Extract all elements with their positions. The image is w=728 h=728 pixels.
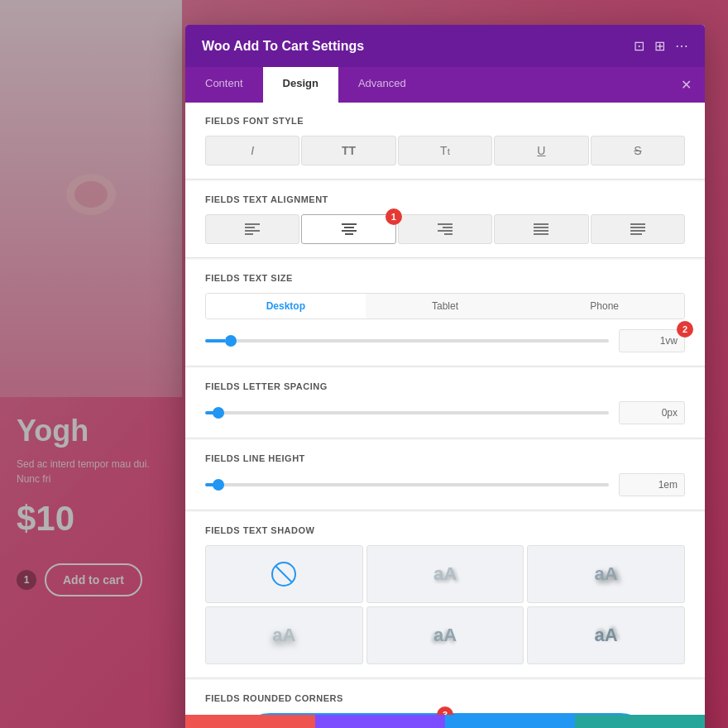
svg-rect-10 (438, 223, 453, 225)
alignment-row: 1 (205, 214, 685, 244)
fields-text-shadow-label: Fields Text Shadow (205, 525, 685, 535)
redo-button[interactable]: ↻ (445, 715, 575, 728)
line-height-slider-row (205, 473, 685, 496)
svg-rect-9 (345, 233, 353, 235)
device-tabs: Desktop Tablet Phone (205, 293, 685, 319)
more-icon[interactable]: ⋯ (675, 38, 688, 54)
font-strikethrough-button[interactable]: S (591, 136, 685, 165)
badge-1: 1 (386, 208, 402, 225)
align-justify-alt-button[interactable] (591, 214, 685, 244)
device-tab-desktop[interactable]: Desktop (206, 294, 366, 318)
svg-rect-16 (534, 230, 548, 232)
svg-rect-6 (342, 223, 357, 225)
shadow-option-4[interactable]: aA (366, 606, 524, 664)
modal-header-icons: ⊡ ⊞ ⋯ (634, 38, 688, 54)
svg-rect-4 (245, 230, 260, 232)
device-tab-tablet[interactable]: Tablet (366, 294, 525, 318)
letter-spacing-slider[interactable] (205, 411, 609, 414)
resize-icon[interactable]: ⊡ (634, 38, 644, 54)
fields-text-size-label: Fields Text Size (205, 273, 685, 283)
align-center-button[interactable]: 1 (301, 214, 395, 244)
tab-design[interactable]: Design (263, 67, 338, 103)
modal-close-button[interactable]: ✕ (668, 67, 705, 103)
shadow-option-5[interactable]: aA (527, 606, 685, 664)
svg-rect-21 (630, 233, 642, 235)
badge-2: 2 (677, 321, 693, 338)
fields-text-size-section: Fields Text Size Desktop Tablet Phone 2 (185, 260, 705, 366)
fields-letter-spacing-label: Fields Letter Spacing (205, 381, 685, 391)
svg-rect-12 (438, 230, 453, 232)
svg-rect-15 (534, 227, 548, 228)
modal-content: Fields Font Style I TT Tt U S Fields Tex… (185, 103, 705, 715)
save-button[interactable]: ✓ (575, 715, 705, 728)
svg-rect-7 (344, 227, 354, 228)
align-right-button[interactable] (398, 214, 492, 244)
fields-font-style-label: Fields Font Style (205, 116, 685, 126)
text-size-slider[interactable] (205, 339, 609, 342)
svg-rect-17 (534, 233, 548, 235)
fields-text-alignment-section: Fields Text Alignment 1 (185, 181, 705, 258)
undo-button[interactable]: ↺ (315, 715, 445, 728)
fields-line-height-label: Fields Line Height (205, 453, 685, 463)
rounded-corners-preview: 10vw 10vw 4 3 🔗 10vw 10vw (205, 713, 685, 715)
fields-letter-spacing-section: Fields Letter Spacing (185, 368, 705, 438)
device-tab-phone[interactable]: Phone (524, 294, 684, 318)
svg-rect-14 (534, 223, 548, 225)
align-justify-icon (534, 223, 548, 235)
svg-rect-5 (245, 233, 253, 235)
shadow-option-1[interactable]: aA (366, 545, 524, 603)
fields-text-alignment-label: Fields Text Alignment (205, 194, 685, 204)
font-style-row: I TT Tt U S (205, 136, 685, 165)
modal-tabs: Content Design Advanced ✕ (185, 67, 705, 103)
font-smallcaps-button[interactable]: Tt (398, 136, 492, 165)
text-size-value[interactable] (619, 329, 685, 352)
svg-rect-20 (630, 230, 645, 232)
modal-footer: ✕ ↺ ↻ ✓ (185, 715, 705, 728)
fields-rounded-corners-section: Fields Rounded Corners 10vw 10vw 4 3 🔗 1… (185, 680, 705, 715)
font-underline-button[interactable]: U (494, 136, 588, 165)
align-full-icon (630, 223, 645, 235)
align-center-icon (342, 223, 357, 235)
svg-rect-2 (245, 223, 260, 225)
svg-rect-11 (443, 227, 453, 228)
letter-spacing-slider-row (205, 401, 685, 424)
align-right-icon (438, 223, 453, 235)
fields-font-style-section: Fields Font Style I TT Tt U S (185, 103, 705, 180)
badge-3: 3 (437, 706, 453, 715)
fields-text-shadow-section: Fields Text Shadow aA aA aA aA aA (185, 512, 705, 678)
settings-modal: Woo Add To Cart Settings ⊡ ⊞ ⋯ Content D… (185, 25, 705, 728)
line-height-value[interactable] (619, 473, 685, 496)
modal-header: Woo Add To Cart Settings ⊡ ⊞ ⋯ (185, 25, 705, 67)
svg-rect-3 (245, 227, 255, 228)
text-size-slider-row: 2 (205, 329, 685, 352)
tab-content[interactable]: Content (185, 67, 263, 103)
font-italic-button[interactable]: I (205, 136, 299, 165)
shadow-option-none[interactable] (205, 545, 363, 603)
svg-rect-8 (342, 230, 357, 232)
align-left-icon (245, 223, 260, 235)
fields-rounded-corners-label: Fields Rounded Corners (205, 693, 685, 703)
rounded-corner-box: 3 🔗 (237, 713, 654, 715)
letter-spacing-value[interactable] (619, 401, 685, 424)
shadow-grid: aA aA aA aA aA (205, 545, 685, 664)
line-height-slider[interactable] (205, 483, 609, 486)
font-uppercase-button[interactable]: TT (301, 136, 395, 165)
svg-rect-13 (444, 233, 453, 235)
align-left-button[interactable] (205, 214, 299, 244)
shadow-option-3[interactable]: aA (205, 606, 363, 664)
svg-rect-18 (630, 223, 645, 225)
tab-advanced[interactable]: Advanced (338, 67, 426, 103)
svg-rect-19 (630, 227, 645, 228)
cancel-button[interactable]: ✕ (185, 715, 315, 728)
modal-title: Woo Add To Cart Settings (202, 39, 364, 54)
align-justify-button[interactable] (494, 214, 588, 244)
no-shadow-icon (271, 561, 297, 587)
svg-line-23 (275, 566, 292, 582)
shadow-option-2[interactable]: aA (527, 545, 685, 603)
fields-line-height-section: Fields Line Height (185, 440, 705, 510)
columns-icon[interactable]: ⊞ (654, 38, 665, 54)
